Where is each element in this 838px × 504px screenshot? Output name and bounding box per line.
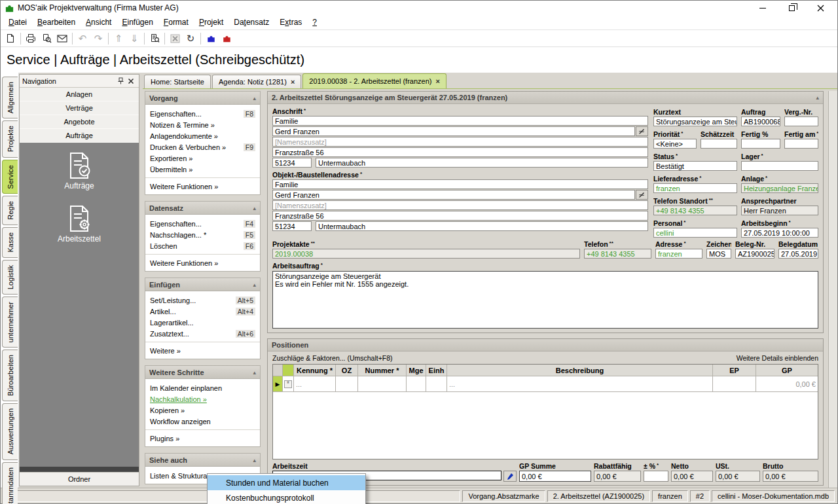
prioritaet-field[interactable]: <Keine> <box>653 139 697 149</box>
action-nachschlagen[interactable]: Nachschlagen... *F5 <box>145 229 260 240</box>
lookup-document-button[interactable] <box>147 31 162 46</box>
col-ep[interactable]: EP <box>713 365 756 376</box>
action-kalender-einplanen[interactable]: Im Kalender einplanen <box>145 382 260 393</box>
kurztext-field[interactable]: Störungsanzeige am Steue <box>653 117 737 126</box>
cell-kennung[interactable]: ... <box>294 376 336 392</box>
telefon-standort-field[interactable]: +49 8143 4355 <box>653 206 737 215</box>
section-header[interactable]: Weitere Schritte▴ <box>145 366 260 379</box>
menu-projekt[interactable]: Projekt <box>194 16 228 28</box>
tab-agenda[interactable]: Agenda: Notiz (1281)× <box>212 75 301 88</box>
export-excel-button[interactable] <box>167 31 183 46</box>
cell-einh[interactable] <box>426 376 447 392</box>
send-mail-button[interactable] <box>54 31 70 46</box>
fertigam-field[interactable] <box>784 139 818 149</box>
close-button[interactable] <box>806 1 835 14</box>
edit-objektadresse-button[interactable] <box>636 190 648 200</box>
time-booking-button[interactable] <box>503 471 517 482</box>
col-nummer[interactable]: Nummer * <box>358 365 407 376</box>
section-header[interactable]: Datensatz▴ <box>145 202 260 215</box>
tab-close-icon[interactable]: × <box>291 78 295 86</box>
col-beschreibung[interactable]: Beschreibung <box>447 365 713 376</box>
rabatt-prozent-field[interactable] <box>644 471 668 482</box>
weitere-details-link[interactable]: Weitere Details einblenden <box>737 354 818 362</box>
cell-beschreibung[interactable]: ... <box>447 376 713 392</box>
edit-anschrift-button[interactable] <box>636 126 648 136</box>
nav-footer-ordner[interactable]: Ordner <box>20 472 139 486</box>
anschrift-line1-field[interactable]: Familie <box>272 116 648 126</box>
arbeitsbeginn-field[interactable]: 27.05.2019 10:00:00 <box>741 228 818 238</box>
nav-item-angebote[interactable]: Angebote <box>20 115 139 129</box>
objekt-namenszusatz-field[interactable]: [Namenszusatz] <box>272 200 648 210</box>
close-panel-button[interactable] <box>126 77 136 86</box>
pin-panel-button[interactable] <box>115 77 126 86</box>
print-preview-button[interactable] <box>39 31 54 46</box>
action-einf-weitere[interactable]: Weitere » <box>145 345 260 356</box>
module-tab-bueroarbeiten[interactable]: Büroarbeiten <box>2 350 18 401</box>
objekt-ort-field[interactable]: Untermaubach <box>316 221 648 231</box>
section-header[interactable]: Vorgang▴ <box>145 92 260 105</box>
menu-datei[interactable]: Datei <box>3 16 32 28</box>
action-artikel[interactable]: Artikel...Alt+4 <box>145 306 260 317</box>
action-set-leistung[interactable]: Set/Leistung...Alt+5 <box>145 295 260 306</box>
redo-button[interactable]: ↷ <box>90 31 106 46</box>
auftrag-field[interactable]: AB1900068 <box>741 117 780 126</box>
module-tab-auswertungen[interactable]: Auswertungen <box>2 403 18 459</box>
belegnr-field[interactable]: AZ1900025 <box>735 249 774 259</box>
move-down-button[interactable]: ⇓ <box>126 31 142 46</box>
belegdatum-field[interactable]: 27.05.2019 <box>778 249 818 259</box>
cell-mge[interactable] <box>407 376 426 392</box>
zuschlaege-faktoren-link[interactable]: Zuschläge & Faktoren... (Umschalt+F8) <box>272 354 393 362</box>
schaetzzeit-field[interactable] <box>701 139 737 149</box>
fertigpct-field[interactable] <box>741 139 780 149</box>
action-plugins[interactable]: Plugins » <box>145 433 260 444</box>
nav-item-anlagen[interactable]: Anlagen <box>20 88 139 101</box>
action-workflow-anzeigen[interactable]: Workflow anzeigen <box>145 416 260 427</box>
module-tab-service[interactable]: Service <box>2 160 18 194</box>
action-loeschen[interactable]: LöschenF6 <box>145 240 260 251</box>
anschrift-name-field[interactable]: Gerd Franzen <box>272 126 635 136</box>
personal-field[interactable]: cellini <box>653 228 737 238</box>
tab-close-icon[interactable]: × <box>435 77 439 85</box>
action-weitere-funktionen[interactable]: Weitere Funktionen » <box>145 181 260 192</box>
action-eigenschaften[interactable]: Eigenschaften...F8 <box>145 108 260 119</box>
nav-item-vertraege[interactable]: Verträge <box>20 101 139 115</box>
action-notizen-termine[interactable]: Notizen & Termine » <box>145 119 260 130</box>
cell-ep[interactable] <box>713 376 756 392</box>
menu-einfuegen[interactable]: Einfügen <box>117 16 158 28</box>
anlage-field[interactable]: Heizungsanlage Franzen <box>741 183 818 193</box>
col-oz[interactable]: OZ <box>336 365 358 376</box>
menu-datensatz[interactable]: Datensatz <box>228 16 274 28</box>
action-exportieren[interactable]: Exportieren » <box>145 153 260 164</box>
col-gp[interactable]: GP <box>756 365 818 376</box>
cell-nummer[interactable] <box>358 376 407 392</box>
objekt-name-field[interactable]: Gerd Franzen <box>272 190 635 200</box>
objekt-strasse-field[interactable]: Franzstraße 56 <box>272 211 648 221</box>
action-nachkalkulation[interactable]: Nachkalkulation » <box>145 393 260 405</box>
module-tab-stammdaten[interactable]: Stammdaten <box>2 462 18 504</box>
section-header[interactable]: Siehe auch▴ <box>145 454 260 467</box>
module-tab-kasse[interactable]: Kasse <box>2 227 18 258</box>
collapse-icon[interactable]: ▴ <box>816 94 819 101</box>
action-zusatztext[interactable]: Zusatztext...Alt+6 <box>145 328 260 339</box>
anschrift-plz-field[interactable]: 51234 <box>272 158 312 168</box>
restore-button[interactable] <box>777 1 806 14</box>
plugin-red-button[interactable] <box>219 31 234 46</box>
menu-item-stunden-material-buchen[interactable]: Stunden und Material buchen <box>208 475 365 490</box>
action-ds-weitere-funktionen[interactable]: Weitere Funktionen » <box>145 257 260 268</box>
action-lagerartikel[interactable]: Lagerartikel... <box>145 317 260 328</box>
ansprechpartner-field[interactable]: Herr Franzen <box>741 206 818 215</box>
lager-field[interactable] <box>741 161 818 171</box>
menu-ansicht[interactable]: Ansicht <box>81 16 117 28</box>
plugin-blue-button[interactable] <box>203 31 219 46</box>
objekt-plz-field[interactable]: 51234 <box>272 221 312 231</box>
col-kennung[interactable]: Kennung * <box>294 365 336 376</box>
lieferadresse-field[interactable]: franzen <box>653 183 737 193</box>
cell-oz[interactable] <box>336 376 358 392</box>
projektakte-field[interactable]: 2019.00038 <box>272 249 580 259</box>
zeichen-field[interactable]: MOS <box>706 249 731 259</box>
new-row-cell[interactable]: * <box>283 376 294 392</box>
tab-home[interactable]: Home: Startseite <box>144 75 211 88</box>
menu-extras[interactable]: Extras <box>274 16 307 28</box>
module-tab-allgemein[interactable]: Allgemein <box>2 77 18 118</box>
anschrift-namenszusatz-field[interactable]: [Namenszusatz] <box>272 137 648 147</box>
